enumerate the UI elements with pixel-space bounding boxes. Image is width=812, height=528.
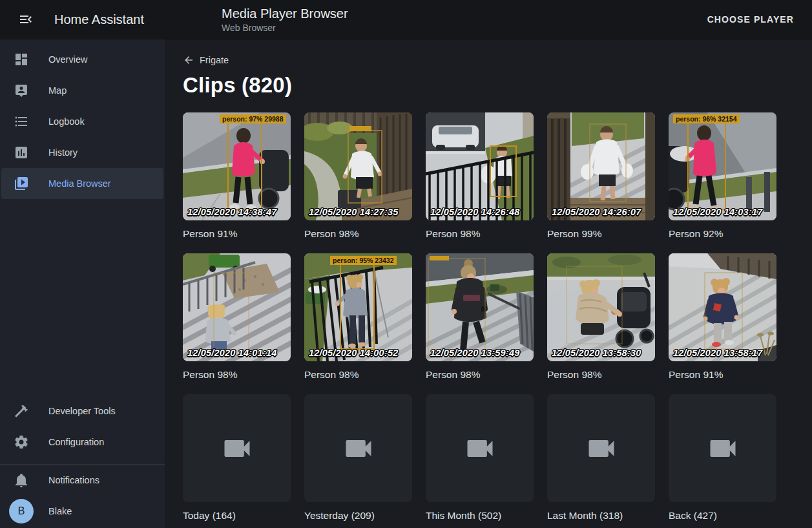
clip-thumbnail: person: 95% 23432 12/05/2020 14:00:52 (304, 253, 412, 361)
sidebar-item-label: Logbook (48, 116, 85, 127)
clip-timestamp: 12/05/2020 14:26:07 (552, 207, 641, 217)
sidebar-item-developer-tools[interactable]: Developer Tools (1, 396, 163, 427)
folder-tile-back[interactable]: Back (427) (669, 394, 776, 522)
clip-thumbnail: 12/05/2020 14:01:14 (183, 253, 291, 361)
clip-caption: Person 98% (304, 228, 412, 240)
folder-tile-yesterday[interactable]: Yesterday (209) (304, 394, 412, 522)
clip-thumbnail-scene (183, 253, 291, 361)
sidebar-item-media-browser[interactable]: Media Browser (1, 168, 163, 199)
folder-caption: Yesterday (209) (304, 510, 412, 522)
page-title-block: Media Player Browser Web Browser (222, 6, 348, 34)
sidebar-item-notifications[interactable]: Notifications (1, 465, 163, 496)
folder-caption: Last Month (318) (547, 510, 655, 522)
page-heading: Clips (820) (183, 73, 796, 98)
video-camera-icon (342, 432, 375, 465)
clip-tile[interactable]: 12/05/2020 13:58:17 Person 91% (669, 253, 776, 381)
bell-icon (14, 472, 29, 488)
folder-thumbnail (669, 394, 776, 502)
sidebar-item-configuration[interactable]: Configuration (1, 427, 163, 458)
clip-caption: Person 91% (669, 369, 776, 381)
clip-tile[interactable]: person: 96% 32154 12/05/2020 14:03:17 Pe… (669, 112, 776, 240)
clip-thumbnail-scene (547, 112, 655, 220)
sidebar-item-label: Map (48, 85, 67, 96)
page-subtitle: Web Browser (222, 22, 348, 34)
clip-caption: Person 99% (547, 228, 655, 240)
sidebar-item-label: Developer Tools (48, 406, 116, 416)
clip-thumbnail: 12/05/2020 14:27:35 (304, 112, 412, 220)
folder-tile-last-month[interactable]: Last Month (318) (547, 394, 655, 522)
dashboard-icon (14, 52, 29, 67)
breadcrumb-back-frigate[interactable]: Frigate (183, 54, 229, 66)
map-account-icon (14, 83, 29, 98)
breadcrumb-label: Frigate (200, 55, 229, 65)
chart-box-icon (14, 145, 29, 160)
gear-icon (14, 434, 29, 450)
video-camera-icon (706, 432, 740, 465)
sidebar-item-logbook[interactable]: Logbook (1, 106, 163, 137)
sidebar-item-map[interactable]: Map (1, 75, 163, 106)
video-camera-icon (220, 432, 254, 465)
hammer-icon (14, 403, 29, 419)
clip-tile[interactable]: 12/05/2020 14:26:48 Person 98% (426, 112, 534, 240)
clip-tile[interactable]: 12/05/2020 14:27:35 Person 98% (304, 112, 412, 240)
sidebar-item-history[interactable]: History (1, 137, 163, 168)
clip-caption: Person 98% (426, 369, 534, 381)
clip-timestamp: 12/05/2020 14:00:52 (309, 348, 398, 358)
clip-thumbnail: person: 96% 32154 12/05/2020 14:03:17 (669, 112, 776, 220)
clip-timestamp: 12/05/2020 14:03:17 (673, 207, 762, 217)
clip-tile[interactable]: 12/05/2020 13:58:30 Person 98% (547, 253, 655, 381)
clip-caption: Person 98% (547, 369, 655, 381)
sidebar-item-profile[interactable]: B Blake (1, 496, 163, 527)
clip-thumbnail: 12/05/2020 13:58:17 (669, 253, 776, 361)
folder-tile-this-month[interactable]: This Month (502) (426, 394, 534, 522)
clip-tile[interactable]: 12/05/2020 14:26:07 Person 99% (547, 112, 655, 240)
clip-thumbnail: 12/05/2020 14:26:48 (426, 112, 534, 220)
clip-thumbnail-scene (426, 112, 534, 220)
folder-caption: Today (164) (183, 510, 291, 522)
clip-tile[interactable]: 12/05/2020 14:01:14 Person 98% (183, 253, 291, 381)
folder-tile-today[interactable]: Today (164) (183, 394, 291, 522)
clip-thumbnail-scene (426, 253, 534, 361)
clip-caption: Person 98% (426, 228, 534, 240)
sidebar-toggle-button[interactable] (13, 6, 39, 32)
clip-timestamp: 12/05/2020 13:58:30 (552, 348, 641, 358)
sidebar-item-label: Notifications (48, 475, 99, 485)
sidebar: Overview Map Logbook History Media Brows… (0, 39, 165, 528)
arrow-left-icon (183, 54, 194, 66)
clip-thumbnail: 12/05/2020 14:26:07 (547, 112, 655, 220)
media-browser-content: Frigate Clips (820) (165, 39, 812, 528)
clip-caption: Person 98% (304, 369, 412, 381)
sidebar-item-label: History (48, 147, 78, 158)
folder-thumbnail (547, 394, 655, 502)
clip-timestamp: 12/05/2020 13:59:49 (430, 348, 519, 358)
clip-timestamp: 12/05/2020 14:26:48 (430, 207, 519, 217)
clips-grid: person: 97% 29988 12/05/2020 14:38:47 Pe… (183, 112, 796, 522)
folder-thumbnail (426, 394, 534, 502)
play-box-multiple-icon (14, 176, 29, 191)
list-icon (14, 114, 29, 129)
folder-thumbnail (304, 394, 412, 502)
clip-thumbnail-scene (183, 112, 291, 220)
clip-tile[interactable]: 12/05/2020 13:59:49 Person 98% (426, 253, 534, 381)
folder-caption: Back (427) (669, 510, 776, 522)
clip-timestamp: 12/05/2020 14:01:14 (187, 348, 276, 358)
folder-thumbnail (183, 394, 291, 502)
sidebar-item-label: Configuration (48, 437, 104, 447)
clip-caption: Person 98% (183, 369, 291, 381)
clip-caption: Person 91% (183, 228, 291, 240)
header-main: Media Player Browser Web Browser CHOOSE … (165, 0, 812, 39)
clip-tile[interactable]: person: 97% 29988 12/05/2020 14:38:47 Pe… (183, 112, 291, 240)
app-header: Home Assistant Media Player Browser Web … (0, 0, 812, 39)
sidebar-item-label: Media Browser (48, 178, 111, 189)
clip-tile[interactable]: person: 95% 23432 12/05/2020 14:00:52 Pe… (304, 253, 412, 381)
folder-caption: This Month (502) (426, 510, 534, 522)
menu-open-icon (18, 12, 34, 27)
clip-thumbnail-scene (304, 253, 412, 361)
clip-thumbnail: 12/05/2020 13:59:49 (426, 253, 534, 361)
choose-player-button[interactable]: CHOOSE PLAYER (702, 9, 799, 30)
header-left: Home Assistant (0, 0, 165, 39)
clip-thumbnail-scene (669, 112, 776, 220)
clip-thumbnail-scene (547, 253, 655, 361)
video-camera-icon (585, 432, 618, 465)
sidebar-item-overview[interactable]: Overview (1, 44, 163, 75)
